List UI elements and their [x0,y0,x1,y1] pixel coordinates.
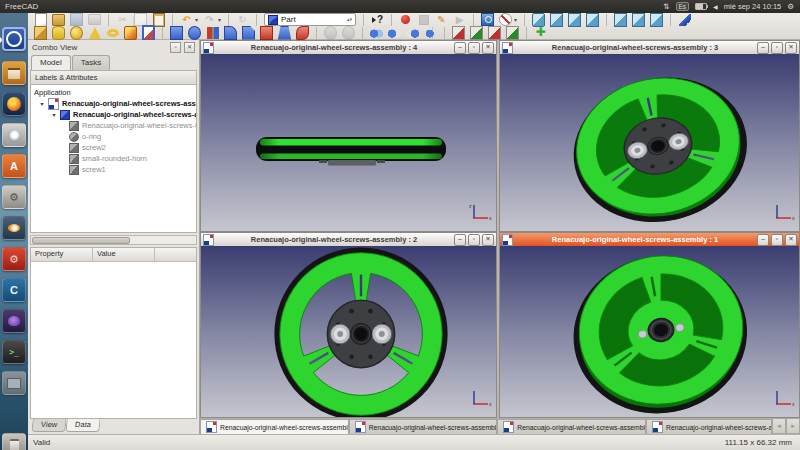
shape-builder-icon[interactable] [142,26,155,39]
whats-this-icon[interactable]: ? [371,13,384,26]
network-icon[interactable]: ⇅ [663,2,669,11]
mdi-window-3[interactable]: Renacuajo-original-wheel-screws-assembly… [499,40,800,232]
window-tab-1[interactable]: Renacuajo-original-wheel-screws-assembly… [200,419,349,434]
offset-icon[interactable] [324,26,337,39]
tab-model[interactable]: Model [31,55,71,70]
launcher-item-firefox[interactable] [2,92,26,116]
draw-style-icon[interactable] [499,13,512,26]
panel-float-icon[interactable]: ▫ [170,42,181,53]
mirror-icon[interactable] [206,26,219,39]
panel-close-icon[interactable]: ✕ [184,42,195,53]
session-gear-icon[interactable]: ⚙ [787,2,794,11]
window-tab-3[interactable]: Renacuajo-original-wheel-screws-assembly… [497,419,646,434]
open-icon[interactable] [52,13,65,26]
draw-style-caret[interactable]: ▾ [514,16,517,23]
boolean-cut-icon[interactable] [406,26,419,39]
create-primitives-icon[interactable] [124,26,137,39]
window-2-titlebar[interactable]: Renacuajo-original-wheel-screws-assembly… [201,233,496,247]
boolean-union-icon[interactable] [370,26,383,39]
fillet-icon[interactable] [224,26,237,39]
launcher-item-purple-app[interactable] [2,309,26,333]
window-tab-4[interactable]: Renacuajo-original-wheel-screws-assembly [646,419,772,434]
battery-icon[interactable] [695,3,707,10]
save-icon[interactable] [70,13,83,26]
tree-item-wheel-final[interactable]: Renacuajo-original-wheel-screws-final [31,120,196,131]
viewport-1[interactable]: x [500,246,799,417]
minimize-icon[interactable]: – [454,42,466,54]
tab-scroll-left-icon[interactable]: ◂ [772,418,786,434]
macro-stop-icon[interactable] [417,13,430,26]
launcher-item-settings[interactable]: ⚙ [2,185,26,209]
measure-icon[interactable] [678,13,691,26]
box-icon[interactable] [34,26,47,39]
scrollbar-thumb[interactable] [32,237,130,244]
column-property[interactable]: Property [31,248,93,261]
front-view-icon[interactable] [550,13,563,26]
loft-icon[interactable] [278,26,291,39]
top-view-icon[interactable] [568,13,581,26]
tree-item-document[interactable]: ▾ Renacuajo-original-wheel-screws-assemb… [31,98,196,109]
viewport-2[interactable]: x [201,246,496,417]
restore-icon[interactable]: ▫ [771,42,783,54]
window-tab-2[interactable]: Renacuajo-original-wheel-screws-assembly… [349,419,498,434]
left-view-icon[interactable] [650,13,663,26]
workbench-spinner[interactable]: ▴▾ [347,17,352,22]
close-icon[interactable]: ✕ [482,234,494,246]
right-view-icon[interactable] [586,13,599,26]
undo-dropdown-caret[interactable]: ▾ [195,16,198,23]
minimize-icon[interactable]: – [454,234,466,246]
bottom-view-icon[interactable] [632,13,645,26]
launcher-item-blender[interactable] [2,216,26,240]
launcher-item-software-center[interactable]: A [2,154,26,178]
launcher-item-files[interactable] [2,61,26,85]
sweep-icon[interactable] [296,26,309,39]
expander-icon[interactable]: ▾ [39,100,45,107]
window-4-titlebar[interactable]: Renacuajo-original-wheel-screws-assembly… [201,41,496,55]
minimize-icon[interactable]: – [757,234,769,246]
window-3-titlebar[interactable]: Renacuajo-original-wheel-screws-assembly… [500,41,799,55]
tree-horizontal-scrollbar[interactable] [30,235,197,245]
restore-icon[interactable]: ▫ [468,42,480,54]
chamfer-icon[interactable] [242,26,255,39]
launcher-item-c-app[interactable]: C [2,278,26,302]
new-document-icon[interactable] [34,13,47,26]
cylinder-icon[interactable] [52,26,65,39]
mdi-window-2[interactable]: Renacuajo-original-wheel-screws-assembly… [200,232,497,418]
sphere-icon[interactable] [70,26,83,39]
launcher-item-archive[interactable] [2,371,26,395]
extrude-icon[interactable] [170,26,183,39]
boolean-section-icon[interactable] [424,26,437,39]
workbench-selector[interactable]: Part ▴▾ [264,13,356,26]
tab-data[interactable]: Data [65,419,100,432]
thickness-icon[interactable] [342,26,355,39]
ruled-surface-icon[interactable] [260,26,273,39]
redo-icon[interactable]: ↷ [203,13,216,26]
window-1-titlebar[interactable]: Renacuajo-original-wheel-screws-assembly… [500,233,799,247]
close-icon[interactable]: ✕ [785,42,797,54]
minimize-icon[interactable]: – [757,42,769,54]
revolve-icon[interactable] [188,26,201,39]
mdi-window-4[interactable]: Renacuajo-original-wheel-screws-assembly… [200,40,497,232]
print-icon[interactable] [88,13,101,26]
macro-edit-icon[interactable]: ✎ [435,13,448,26]
tree-item-screw1[interactable]: screw1 [31,164,196,175]
expander-icon[interactable]: ▾ [51,111,57,118]
restore-icon[interactable]: ▫ [771,234,783,246]
viewport-3[interactable]: x [500,54,799,231]
macro-record-icon[interactable] [399,13,412,26]
focused-app-title[interactable]: FreeCAD [0,2,38,11]
refresh-icon[interactable]: ↻ [236,13,249,26]
macro-play-icon[interactable]: ▶ [453,13,466,26]
clock[interactable]: mié sep 24 10:15 [724,2,782,11]
column-value[interactable]: Value [93,248,155,261]
cut-icon[interactable]: ✂ [116,13,129,26]
launcher-item-trash[interactable] [2,433,26,450]
tree-item-application[interactable]: Application [31,87,196,98]
launcher-item-terminal[interactable]: >_ [2,340,26,364]
tree-item-assembly[interactable]: ▾ Renacuajo-original-wheel-screws-assemb… [31,109,196,120]
tree-item-o-ring[interactable]: o-ring [31,131,196,142]
tab-tasks[interactable]: Tasks [72,55,110,70]
cone-icon[interactable] [88,26,101,39]
torus-icon[interactable] [106,26,119,39]
fit-all-icon[interactable] [481,13,494,26]
